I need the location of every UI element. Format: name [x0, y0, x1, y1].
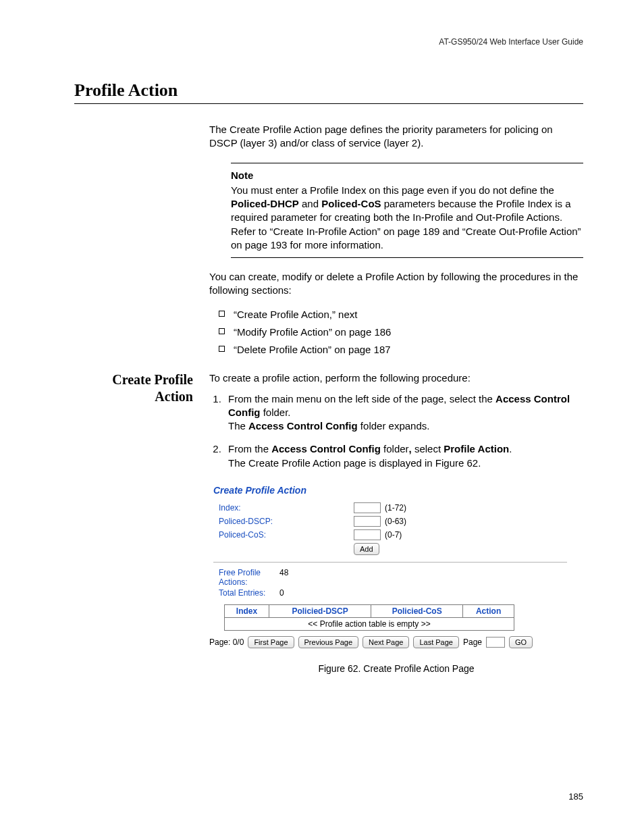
- page-label: Page: [463, 637, 482, 647]
- step-bold: ,: [409, 443, 414, 454]
- table-row: << Profile action table is empty >>: [225, 617, 514, 630]
- range-dscp: (0-63): [385, 517, 406, 526]
- label-dscp: Policed-DSCP:: [219, 517, 354, 526]
- step-text: select: [414, 443, 444, 454]
- side-heading: Create Profile Action: [74, 371, 209, 405]
- table-empty-message: << Profile action table is empty >>: [225, 617, 514, 630]
- range-index: (1-72): [385, 503, 406, 513]
- add-button[interactable]: Add: [354, 543, 379, 555]
- note-text: and: [299, 198, 321, 209]
- index-input[interactable]: [354, 502, 381, 513]
- page-number: 185: [568, 791, 583, 802]
- profile-action-table: Index Policied-DSCP Policied-CoS Action …: [224, 604, 514, 631]
- col-cos: Policied-CoS: [371, 604, 463, 617]
- figure-create-profile-action: Create Profile Action Index: (1-72) Poli…: [209, 485, 567, 648]
- step-text: From the: [228, 443, 271, 454]
- doc-header: AT-GS950/24 Web Interface User Guide: [74, 37, 583, 47]
- note-rule-bottom: [231, 257, 583, 258]
- value-free-actions: 48: [279, 568, 288, 587]
- bullet-item: “Create Profile Action,” next: [219, 308, 583, 321]
- lead-paragraph: You can create, modify or delete a Profi…: [209, 270, 583, 298]
- figure-caption: Figure 62. Create Profile Action Page: [209, 663, 583, 674]
- previous-page-button[interactable]: Previous Page: [298, 636, 359, 648]
- label-index: Index:: [219, 503, 354, 513]
- step-bold: Access Control Config: [248, 420, 358, 432]
- note-rule-top: [231, 163, 583, 163]
- dscp-input[interactable]: [354, 516, 381, 527]
- label-cos: Policed-CoS:: [219, 530, 354, 540]
- col-action: Action: [463, 604, 514, 617]
- note-block: Note You must enter a Profile Index on t…: [231, 163, 583, 259]
- step-text: The Create Profile Action page is displa…: [228, 457, 481, 469]
- step-bold: Access Control Config: [271, 443, 381, 454]
- bullet-list: “Create Profile Action,” next “Modify Pr…: [209, 308, 583, 357]
- page-indicator: Page: 0/0: [209, 637, 244, 647]
- divider: [213, 562, 567, 563]
- label-total-entries: Total Entries:: [219, 588, 279, 598]
- intro-paragraph: The Create Profile Action page defines t…: [209, 123, 583, 151]
- go-button[interactable]: GO: [509, 636, 533, 648]
- page-input[interactable]: [486, 637, 505, 648]
- col-index: Index: [225, 604, 269, 617]
- step-text: From the main menu on the left side of t…: [228, 393, 495, 405]
- cos-input[interactable]: [354, 529, 381, 540]
- step-bold: Profile Action: [444, 443, 509, 454]
- pager: Page: 0/0 First Page Previous Page Next …: [209, 636, 567, 648]
- step-2: From the Access Control Config folder, s…: [224, 442, 583, 470]
- note-bold-cos: Policed-CoS: [321, 198, 381, 209]
- procedure-intro: To create a profile action, perform the …: [209, 371, 583, 385]
- first-page-button[interactable]: First Page: [248, 636, 294, 648]
- next-page-button[interactable]: Next Page: [363, 636, 409, 648]
- step-text: folder.: [260, 407, 290, 418]
- last-page-button[interactable]: Last Page: [413, 636, 459, 648]
- note-heading: Note: [231, 169, 583, 182]
- range-cos: (0-7): [385, 530, 402, 540]
- note-bold-dhcp: Policed-DHCP: [231, 198, 299, 209]
- value-total-entries: 0: [279, 588, 284, 598]
- title-rule: [74, 103, 583, 104]
- bullet-item: “Modify Profile Action” on page 186: [219, 325, 583, 339]
- note-text: You must enter a Profile Index on this p…: [231, 184, 554, 196]
- step-text: .: [509, 443, 512, 454]
- note-body: You must enter a Profile Index on this p…: [231, 184, 583, 252]
- col-dscp: Policied-DSCP: [269, 604, 371, 617]
- bullet-item: “Delete Profile Action” on page 187: [219, 343, 583, 357]
- label-free-actions: Free Profile Actions:: [219, 568, 279, 587]
- figure-title: Create Profile Action: [213, 485, 567, 496]
- step-text: The: [228, 420, 248, 432]
- step-text: folder: [381, 443, 409, 454]
- step-1: From the main menu on the left side of t…: [224, 392, 583, 434]
- step-text: folder expands.: [358, 420, 430, 432]
- table-header-row: Index Policied-DSCP Policied-CoS Action: [225, 604, 514, 617]
- page-title: Profile Action: [74, 80, 583, 101]
